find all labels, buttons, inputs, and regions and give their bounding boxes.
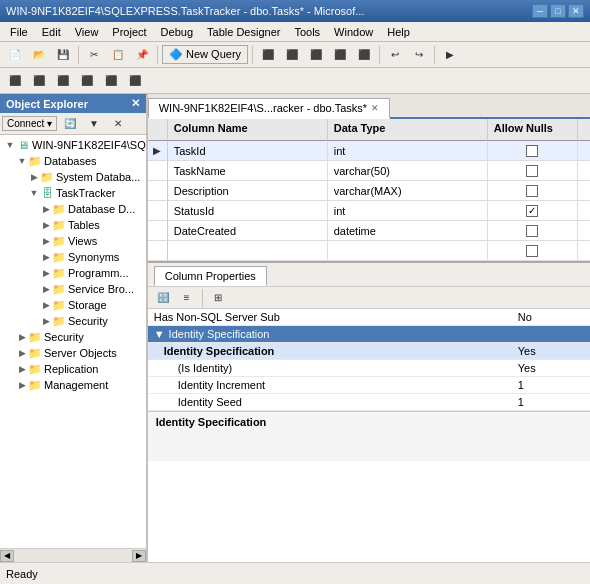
oe-filter-icon[interactable]: ▼	[83, 114, 105, 134]
new-query-button[interactable]: 🔷 New Query	[162, 45, 248, 64]
cell-datecreated-name[interactable]: DateCreated	[168, 221, 328, 241]
cell-empty-type[interactable]	[328, 241, 488, 261]
toolbar-btn-1[interactable]: ⬛	[257, 45, 279, 65]
toolbar-save[interactable]: 💾	[52, 45, 74, 65]
cell-desc-type[interactable]: varchar(MAX)	[328, 181, 488, 201]
oe-scroll-right[interactable]: ▶	[132, 550, 146, 562]
tree-item-views[interactable]: ▶ 📁 Views	[0, 233, 146, 249]
prop-cat-identity-bar[interactable]: ▼ Identity Specification	[148, 326, 590, 342]
prop-value-seed[interactable]: 1	[512, 394, 590, 411]
cell-taskid-nulls[interactable]	[488, 141, 578, 161]
cell-taskname-nulls[interactable]	[488, 161, 578, 181]
expand-systemdb[interactable]: ▶	[28, 171, 40, 183]
menu-help[interactable]: Help	[381, 24, 416, 40]
checkbox-datecreated[interactable]	[526, 225, 538, 237]
expand-management[interactable]: ▶	[16, 379, 28, 391]
toolbar-2-btn-5[interactable]: ⬛	[100, 71, 122, 91]
tree-item-tables[interactable]: ▶ 📁 Tables	[0, 217, 146, 233]
menu-file[interactable]: File	[4, 24, 34, 40]
toolbar-2-btn-2[interactable]: ⬛	[28, 71, 50, 91]
cell-statusid-name[interactable]: StatusId	[168, 201, 328, 221]
tab-close-icon[interactable]: ✕	[371, 103, 379, 113]
menu-edit[interactable]: Edit	[36, 24, 67, 40]
expand-dbdiag[interactable]: ▶	[40, 203, 52, 215]
cell-empty-name[interactable]	[168, 241, 328, 261]
menu-table-designer[interactable]: Table Designer	[201, 24, 286, 40]
menu-debug[interactable]: Debug	[155, 24, 199, 40]
oe-refresh-icon[interactable]: 🔄	[59, 114, 81, 134]
checkbox-desc[interactable]	[526, 185, 538, 197]
cell-desc-nulls[interactable]	[488, 181, 578, 201]
toolbar-2-btn-1[interactable]: ⬛	[4, 71, 26, 91]
menu-tools[interactable]: Tools	[288, 24, 326, 40]
menu-view[interactable]: View	[69, 24, 105, 40]
expand-storage[interactable]: ▶	[40, 299, 52, 311]
expand-server[interactable]: ▼	[4, 139, 16, 151]
prop-value-non-sql[interactable]: No	[512, 309, 590, 326]
cell-statusid-type[interactable]: int	[328, 201, 488, 221]
prop-value-increment[interactable]: 1	[512, 377, 590, 394]
cell-statusid-nulls[interactable]	[488, 201, 578, 221]
expand-tasktracker[interactable]: ▼	[28, 187, 40, 199]
expand-serverobj[interactable]: ▶	[16, 347, 28, 359]
props-expand-icon[interactable]: ⊞	[207, 288, 229, 308]
toolbar-btn-5[interactable]: ⬛	[353, 45, 375, 65]
toolbar-cut[interactable]: ✂	[83, 45, 105, 65]
cell-datecreated-type[interactable]: datetime	[328, 221, 488, 241]
tree-item-replication[interactable]: ▶ 📁 Replication	[0, 361, 146, 377]
tree-item-programmab[interactable]: ▶ 📁 Programm...	[0, 265, 146, 281]
expand-tables[interactable]: ▶	[40, 219, 52, 231]
toolbar-2-btn-4[interactable]: ⬛	[76, 71, 98, 91]
checkbox-statusid[interactable]	[526, 205, 538, 217]
expand-security[interactable]: ▶	[16, 331, 28, 343]
toolbar-undo[interactable]: ↩	[384, 45, 406, 65]
cell-taskname-name[interactable]: TaskName	[168, 161, 328, 181]
toolbar-debug[interactable]: ▶	[439, 45, 461, 65]
cell-taskid-type[interactable]: int	[328, 141, 488, 161]
tree-item-storage[interactable]: ▶ 📁 Storage	[0, 297, 146, 313]
expand-servicebro[interactable]: ▶	[40, 283, 52, 295]
tree-item-security[interactable]: ▶ 📁 Security	[0, 329, 146, 345]
maximize-button[interactable]: □	[550, 4, 566, 18]
toolbar-btn-4[interactable]: ⬛	[329, 45, 351, 65]
expand-synonyms[interactable]: ▶	[40, 251, 52, 263]
cell-datecreated-nulls[interactable]	[488, 221, 578, 241]
connect-button[interactable]: Connect ▾	[2, 116, 57, 131]
checkbox-empty[interactable]	[526, 245, 538, 257]
checkbox-taskid[interactable]	[526, 145, 538, 157]
expand-programmab[interactable]: ▶	[40, 267, 52, 279]
tree-item-databases[interactable]: ▼ 📁 Databases	[0, 153, 146, 169]
expand-views[interactable]: ▶	[40, 235, 52, 247]
tree-item-dbdiag[interactable]: ▶ 📁 Database D...	[0, 201, 146, 217]
tree-item-tasktracker[interactable]: ▼ 🗄 TaskTracker	[0, 185, 146, 201]
tree-item-serverobj[interactable]: ▶ 📁 Server Objects	[0, 345, 146, 361]
toolbar-btn-3[interactable]: ⬛	[305, 45, 327, 65]
close-button[interactable]: ✕	[568, 4, 584, 18]
toolbar-copy[interactable]: 📋	[107, 45, 129, 65]
cell-desc-name[interactable]: Description	[168, 181, 328, 201]
expand-databases[interactable]: ▼	[16, 155, 28, 167]
expand-replication[interactable]: ▶	[16, 363, 28, 375]
props-categorize-icon[interactable]: ≡	[176, 288, 198, 308]
cell-empty-nulls[interactable]	[488, 241, 578, 261]
toolbar-redo[interactable]: ↪	[408, 45, 430, 65]
checkbox-taskname[interactable]	[526, 165, 538, 177]
toolbar-btn-2[interactable]: ⬛	[281, 45, 303, 65]
menu-project[interactable]: Project	[106, 24, 152, 40]
tree-item-management[interactable]: ▶ 📁 Management	[0, 377, 146, 393]
minimize-button[interactable]: ─	[532, 4, 548, 18]
object-explorer-close-icon[interactable]: ✕	[131, 97, 140, 110]
toolbar-open[interactable]: 📂	[28, 45, 50, 65]
oe-scrollbar[interactable]: ◀ ▶	[0, 548, 146, 562]
prop-value-is-identity[interactable]: Yes	[512, 360, 590, 377]
tree-item-security-db[interactable]: ▶ 📁 Security	[0, 313, 146, 329]
props-sort-alpha-icon[interactable]: 🔡	[152, 288, 174, 308]
tree-item-servicebro[interactable]: ▶ 📁 Service Bro...	[0, 281, 146, 297]
prop-value-identity-spec[interactable]: Yes	[512, 343, 590, 360]
oe-close-icon[interactable]: ✕	[107, 114, 129, 134]
oe-scroll-left[interactable]: ◀	[0, 550, 14, 562]
menu-window[interactable]: Window	[328, 24, 379, 40]
toolbar-2-btn-3[interactable]: ⬛	[52, 71, 74, 91]
cell-taskname-type[interactable]: varchar(50)	[328, 161, 488, 181]
tree-item-synonyms[interactable]: ▶ 📁 Synonyms	[0, 249, 146, 265]
